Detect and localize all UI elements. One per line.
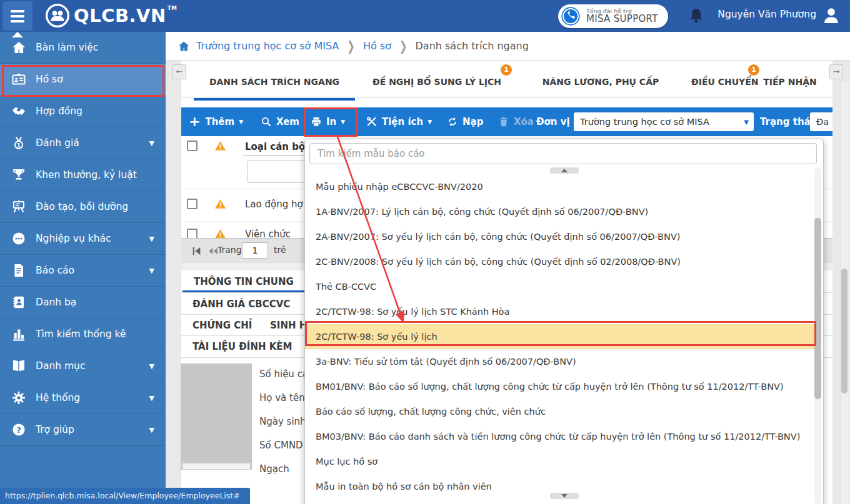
- sidebar-item-label: Tìm kiếm thống kê: [36, 329, 126, 340]
- utilities-button[interactable]: Tiện ích▼: [366, 107, 432, 136]
- template-item-muc-luc-ho-so[interactable]: Mục lục hồ sơ: [305, 449, 816, 474]
- add-button[interactable]: + Thêm▼: [189, 107, 243, 136]
- book-icon: [11, 358, 27, 374]
- svg-text:1: 1: [17, 142, 21, 149]
- more-icon: [11, 230, 27, 247]
- detail-tab-danh-gia[interactable]: ĐÁNH GIÁ CBCCVC: [192, 299, 290, 310]
- tab-ieu-chuyen[interactable]: ĐIỀU CHUYỂN1: [691, 67, 754, 97]
- scroll-up-button[interactable]: [550, 167, 579, 174]
- chevron-down-icon: ▼: [341, 119, 345, 125]
- template-item-2a-bnv-2007-so-yeu-ly-lich-can-bo-cong-c[interactable]: 2A-BNV/2007: Sơ yếu lý lịch cán bộ, công…: [305, 224, 816, 249]
- tab-tiep-nhan[interactable]: TIẾP NHẬN: [760, 67, 820, 97]
- tab-nang-luong-phu-cap[interactable]: NÂNG LƯƠNG, PHỤ CẤP: [521, 67, 680, 97]
- hamburger-menu-button[interactable]: [2, 1, 32, 31]
- user-name[interactable]: Nguyễn Văn Phương: [718, 9, 816, 20]
- logo-tm: TM: [168, 5, 177, 11]
- detail-tab-chung-chi[interactable]: CHỨNG CHỈ: [192, 320, 252, 331]
- sidebar-item-hop-ong[interactable]: Hợp đồng: [0, 96, 166, 127]
- view-button[interactable]: Xem: [261, 107, 299, 136]
- sidebar-item-nghiep-vu-khac[interactable]: Nghiệp vụ khác▼: [0, 223, 166, 255]
- breadcrumb-hoso[interactable]: Hồ sơ: [363, 40, 391, 52]
- sidebar-item-label: Đánh giá: [36, 137, 79, 149]
- warning-icon: [214, 199, 226, 209]
- notification-bell-icon[interactable]: [688, 6, 705, 25]
- first-page-icon[interactable]: [191, 245, 202, 257]
- sidebar-item-he-thong[interactable]: Hệ thống▼: [0, 382, 166, 414]
- template-item-the-cb-ccvc[interactable]: Thẻ CB-CCVC: [305, 274, 816, 299]
- app-logo: QLCB.VN TM: [45, 3, 177, 28]
- select-all-checkbox[interactable]: [187, 141, 198, 151]
- row-label[interactable]: Lao động hợ: [245, 199, 303, 210]
- user-avatar-icon[interactable]: [821, 6, 841, 26]
- page-number-input[interactable]: [242, 242, 268, 259]
- template-item-2c-tctw-98-so-yeu-ly-lich-stc-khanh-hoa[interactable]: 2C/TCTW-98: Sơ yếu lý lịch STC Khánh Hòa: [305, 299, 816, 324]
- sidebar-item-tim-kiem-thong-ke[interactable]: Tìm kiếm thống kê: [0, 319, 166, 350]
- sidebar-item-label: Bàn làm việc: [36, 42, 98, 53]
- tab-badge: 1: [501, 64, 512, 76]
- tab-danh-sach-trich-ngang[interactable]: DANH SÁCH TRÍCH NGANG: [194, 67, 355, 97]
- tab-label: ĐIỀU CHUYỂN: [691, 77, 759, 87]
- misa-support-button[interactable]: Tổng đài hỗ trợ MISA SUPPORT: [558, 4, 668, 28]
- detail-field-ngach: Ngạch: [259, 463, 289, 475]
- reload-button[interactable]: Nạp: [447, 107, 483, 136]
- sidebar-item-tro-giup[interactable]: ?Trợ giúp▼: [0, 414, 166, 446]
- sidebar-item-ban-lam-viec[interactable]: Bàn làm việc: [0, 32, 166, 64]
- template-search-input[interactable]: [309, 143, 817, 164]
- template-item-2c-tctw-98-so-yeu-ly-lich[interactable]: 2C/TCTW-98: Sơ yếu lý lịch: [305, 324, 816, 349]
- print-icon: [311, 116, 322, 127]
- detail-tab-thong-tin-chung[interactable]: THÔNG TIN CHUNG: [194, 276, 294, 287]
- sidebar-item-anh-gia[interactable]: 1Đánh giá▼: [0, 127, 166, 159]
- search-icon: [261, 116, 272, 127]
- help-icon: ?: [11, 422, 27, 438]
- tab-label: DANH SÁCH TRÍCH NGANG: [209, 77, 339, 87]
- template-item-1a-bnv-2007-ly-lich-can-bo-cong-chuc-quy[interactable]: 1A-BNV/2007: Lý lịch cán bộ, công chức (…: [305, 199, 816, 224]
- sidebar-item-label: Đào tạo, bồi dưỡng: [36, 201, 128, 212]
- sidebar-item-danh-ba[interactable]: Danh bạ: [0, 287, 166, 319]
- tab-label: NÂNG LƯƠNG, PHỤ CẤP: [542, 77, 659, 87]
- tab-scroll-right-button[interactable]: →: [829, 64, 843, 79]
- sidebar-item-label: Hồ sơ: [36, 74, 63, 85]
- unit-select-value: Trường trung học cơ sở MISA: [574, 117, 739, 127]
- tab-e-nghi-bo-sung-ly-lich[interactable]: ĐỀ NGHỊ BỔ SUNG LÝ LỊCH1: [368, 67, 506, 97]
- print-button[interactable]: In▼: [311, 107, 345, 136]
- template-item-bm01-bnv-bao-cao-so-luong-chat-luong-con[interactable]: BM01/BNV: Báo cáo số lượng, chất lượng c…: [305, 374, 816, 399]
- detail-field-ho-va-ten: Họ và tên: [259, 392, 305, 403]
- tab-scroll-left-button[interactable]: ←: [172, 64, 186, 79]
- home-icon[interactable]: [178, 40, 190, 52]
- trash-icon: [498, 116, 509, 127]
- sidebar-item-danh-muc[interactable]: Danh mục▼: [0, 350, 166, 382]
- sidebar-item-ao-tao-boi-duong[interactable]: Đào tạo, bồi dưỡng: [0, 191, 166, 223]
- breadcrumb: Trường trung học cơ sở MISA ❯ Hồ sơ ❯ Da…: [166, 32, 850, 61]
- status-select[interactable]: Đa: [810, 112, 832, 131]
- tab-label: ĐỀ NGHỊ BỔ SUNG LÝ LỊCH: [372, 77, 501, 87]
- template-item-3a-bnv-tieu-su-tom-tat-quyet-inh-so-06-2[interactable]: 3a-BNV: Tiểu sử tóm tắt (Quyết định số 0…: [305, 349, 816, 374]
- chevron-down-icon: ▼: [149, 426, 154, 434]
- sidebar-item-label: Báo cáo: [36, 265, 74, 276]
- sidebar-item-ho-so[interactable]: Hồ sơ: [0, 64, 166, 96]
- delete-button: Xóa: [498, 107, 534, 136]
- template-item-2c-bnv-2008-so-yeu-ly-lich-can-bo-cong-c[interactable]: 2C-BNV/2008: Sơ yếu lý lịch cán bộ, công…: [305, 249, 816, 274]
- sidebar-item-label: Nghiệp vụ khác: [36, 233, 111, 244]
- app-window: QLCB.VN TM Tổng đài hỗ trợ MISA SUPPORT …: [0, 0, 850, 504]
- hamburger-icon: [11, 10, 24, 12]
- column-header-loai-can-bo[interactable]: Loại cán bộ: [245, 141, 305, 152]
- detail-tab-tai-lieu[interactable]: TÀI LIỆU ĐÍNH KÈM: [192, 341, 292, 352]
- dropdown-scrollbar-thumb[interactable]: [814, 218, 821, 399]
- template-item-mau-phieu-nhap-ecbccvc-bnv-2020[interactable]: Mẫu phiếu nhập eCBCCVC-BNV/2020: [305, 174, 816, 199]
- scroll-down-button[interactable]: [550, 493, 579, 499]
- tools-icon: [366, 116, 378, 127]
- template-item-bao-cao-so-luong-chat-luong-cong-chuc-vi[interactable]: Báo cáo số lượng, chất lượng công chức, …: [305, 399, 816, 424]
- unit-select[interactable]: Trường trung học cơ sở MISA ▼: [574, 112, 754, 131]
- chevron-down-icon: ▼: [149, 267, 154, 275]
- sidebar-item-bao-cao[interactable]: Báo cáo▼: [0, 255, 166, 287]
- medal-icon: 1: [11, 135, 27, 151]
- idcard-icon: [11, 71, 27, 87]
- detail-tab-sinh-hoat[interactable]: SINH H: [270, 320, 307, 331]
- page-scrollbar-thumb[interactable]: [841, 269, 848, 393]
- sidebar-item-label: Danh bạ: [36, 297, 76, 308]
- sidebar-item-khen-thuong-ky-luat[interactable]: Khen thưởng, kỷ luật: [0, 159, 166, 191]
- support-title: MISA SUPPORT: [586, 14, 658, 24]
- breadcrumb-unit[interactable]: Trường trung học cơ sở MISA: [196, 40, 339, 52]
- template-item-bm03-bnv-bao-cao-danh-sach-va-tien-luong[interactable]: BM03/BNV: Báo cáo danh sách và tiền lươn…: [305, 424, 816, 449]
- row-checkbox[interactable]: [187, 199, 198, 209]
